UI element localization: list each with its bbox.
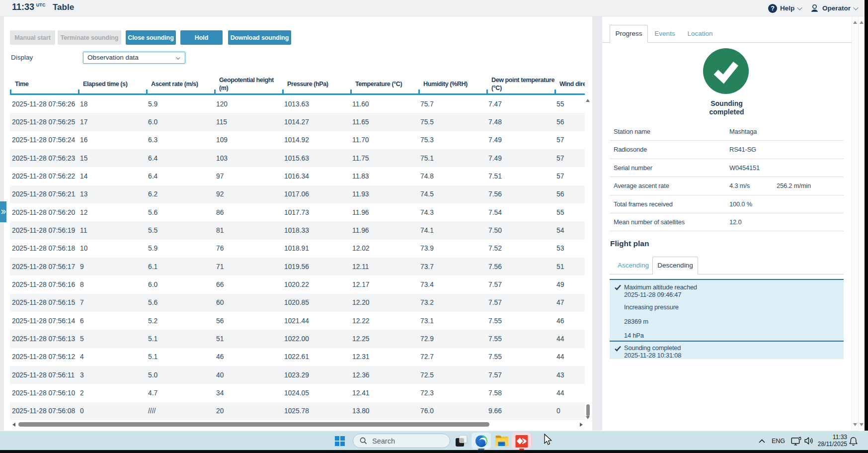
table-cell: 44: [554, 353, 585, 361]
scroll-up-arrow-icon[interactable]: [853, 21, 857, 24]
table-cell: 1020.22: [282, 281, 350, 288]
task-view-button[interactable]: [459, 435, 467, 443]
table-row[interactable]: 2025-11-28 07:56:1796.1711019.5612.1173.…: [10, 258, 585, 275]
column-header[interactable]: Ascent rate (m/s): [146, 75, 214, 93]
window-scrollbar[interactable]: [858, 16, 865, 431]
table-cell: 12.41: [350, 389, 418, 397]
table-horizontal-scrollbar[interactable]: [9, 421, 587, 428]
scroll-down-arrow-icon[interactable]: [586, 416, 590, 419]
table-row[interactable]: 2025-11-28 07:56:25176.01151014.2711.657…: [10, 113, 585, 131]
hold-button[interactable]: Hold: [180, 30, 223, 45]
info-row: Serial number W0454151: [610, 159, 844, 177]
column-header[interactable]: Geopotential height(m): [214, 75, 282, 93]
tab-descending[interactable]: Descending: [652, 257, 698, 274]
sounding-completed-icon: [703, 48, 749, 94]
language-indicator[interactable]: ENG: [772, 431, 785, 451]
horizontal-scrollbar-thumb[interactable]: [18, 422, 489, 427]
table-cell: 2025-11-28 07:56:08: [10, 407, 78, 415]
network-tray-icon[interactable]: [791, 431, 802, 451]
table-row[interactable]: 2025-11-28 07:56:21136.2921017.0611.9374…: [10, 185, 585, 203]
table-row[interactable]: 2025-11-28 07:56:1245.1461022.6112.3172.…: [10, 348, 585, 366]
table-cell: 11.75: [350, 155, 418, 162]
download-sounding-button[interactable]: Download sounding: [228, 30, 291, 45]
tab-progress[interactable]: Progress: [610, 25, 648, 43]
double-chevron-right-icon: [1, 209, 6, 214]
sounding-app-button[interactable]: [512, 433, 531, 449]
table-row[interactable]: 2025-11-28 07:56:1024.7341024.0512.4172.…: [10, 384, 585, 402]
info-value-secondary: 256.2 m/min: [777, 177, 811, 195]
help-menu[interactable]: ? Help: [768, 0, 802, 16]
table-row[interactable]: 2025-11-28 07:56:18105.9761018.9112.0273…: [10, 240, 585, 258]
vertical-scrollbar-thumb[interactable]: [586, 404, 590, 416]
search-icon: [360, 437, 367, 445]
operator-menu[interactable]: Operator: [810, 0, 858, 16]
table-row[interactable]: 2025-11-28 07:56:1465.2561021.4412.2273.…: [10, 312, 585, 330]
start-button[interactable]: [335, 436, 345, 446]
notifications-tray-icon[interactable]: [849, 431, 858, 451]
help-icon: ?: [768, 4, 777, 13]
column-header[interactable]: Time: [10, 75, 78, 93]
table-row[interactable]: 2025-11-28 07:56:080////201025.7813.8076…: [10, 402, 585, 420]
table-cell: 12.31: [350, 353, 418, 361]
edge-browser-button[interactable]: [472, 433, 491, 449]
tray-expand-button[interactable]: [759, 431, 765, 451]
tab-events[interactable]: Events: [650, 25, 680, 43]
table-row[interactable]: 2025-11-28 07:56:19115.5811018.3311.9674…: [10, 221, 585, 239]
close-sounding-button[interactable]: Close sounding: [126, 30, 176, 45]
tab-location[interactable]: Location: [685, 25, 715, 43]
scroll-down-arrow-icon[interactable]: [860, 423, 864, 426]
table-row[interactable]: 2025-11-28 07:56:23156.41031015.6311.757…: [10, 149, 585, 167]
table-cell: 1022.00: [282, 335, 350, 343]
info-value: RS41-SG: [729, 141, 756, 159]
table-cell: 12.20: [350, 299, 418, 306]
taskbar-search[interactable]: Search: [353, 434, 450, 448]
table-cell: 6.1: [146, 263, 214, 271]
table-cell: 7.56: [486, 190, 554, 198]
table-cell: 73.2: [418, 299, 486, 306]
table-cell: 7.49: [486, 155, 554, 162]
info-value: 100.0 %: [729, 195, 752, 213]
table-cell: 2025-11-28 07:56:22: [10, 173, 78, 180]
scroll-down-arrow-icon[interactable]: [853, 423, 857, 426]
table-row[interactable]: 2025-11-28 07:56:1686.0661020.2212.1773.…: [10, 275, 585, 293]
table-cell: 74.8: [418, 173, 486, 180]
table-row[interactable]: 2025-11-28 07:56:22146.4971016.3411.8374…: [10, 167, 585, 185]
table-cell: 16: [78, 136, 146, 144]
table-cell: 2025-11-28 07:56:18: [10, 245, 78, 252]
file-explorer-button[interactable]: [495, 435, 508, 449]
column-header[interactable]: Pressure (hPa): [282, 75, 350, 93]
scroll-up-arrow-icon[interactable]: [586, 99, 590, 102]
volume-tray-icon[interactable]: [804, 431, 814, 451]
table-cell: 2025-11-28 07:56:19: [10, 227, 78, 234]
column-header[interactable]: Dew point temperature(°C): [486, 75, 554, 93]
table-cell: 5.9: [146, 245, 214, 252]
table-cell: 1017.06: [282, 190, 350, 198]
table-row[interactable]: 2025-11-28 07:56:1575.6601020.8512.2073.…: [10, 294, 585, 312]
panel-scrollbar[interactable]: [852, 16, 858, 431]
table-row[interactable]: 2025-11-28 07:56:1355.1511022.0012.2572.…: [10, 330, 585, 348]
table-row[interactable]: 2025-11-28 07:56:20125.6861017.7311.9674…: [10, 203, 585, 221]
table-row[interactable]: 2025-11-28 07:56:24166.31091014.9211.707…: [10, 131, 585, 149]
display-select[interactable]: Observation data: [83, 52, 185, 64]
manual-start-button[interactable]: Manual start: [10, 30, 55, 45]
table-cell: 73.1: [418, 317, 486, 325]
scroll-up-arrow-icon[interactable]: [860, 21, 864, 24]
info-label: Radiosonde: [614, 141, 647, 159]
table-row[interactable]: 2025-11-28 07:56:1135.0401023.2912.3672.…: [10, 366, 585, 384]
table-vertical-scrollbar[interactable]: [585, 96, 591, 420]
table-cell: 11.60: [350, 100, 418, 108]
column-header[interactable]: Wind dire: [554, 75, 585, 93]
tab-ascending[interactable]: Ascending: [618, 257, 649, 274]
table-cell: 4: [78, 353, 146, 361]
scroll-left-arrow-icon[interactable]: [12, 423, 15, 427]
scroll-right-arrow-icon[interactable]: [580, 423, 583, 427]
flight-plan-panel: Maximum altitude reached 2025-11-28 09:4…: [610, 279, 844, 359]
column-header[interactable]: Elapsed time (s): [78, 75, 146, 93]
table-row[interactable]: 2025-11-28 07:56:26185.91201013.6311.607…: [10, 95, 585, 113]
terminate-sounding-button[interactable]: Terminate sounding: [58, 30, 121, 45]
table-cell: 15: [78, 155, 146, 162]
column-header[interactable]: Humidity (%RH): [418, 75, 486, 93]
column-header[interactable]: Temperature (°C): [350, 75, 418, 93]
expand-sidebar-button[interactable]: [0, 201, 6, 222]
table-cell: 12.22: [350, 317, 418, 325]
